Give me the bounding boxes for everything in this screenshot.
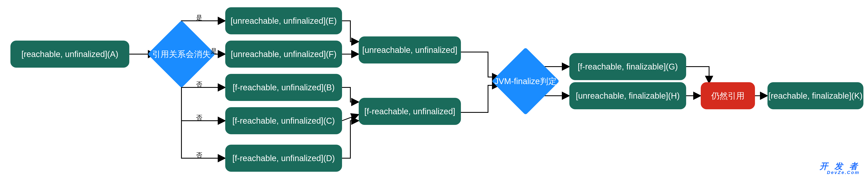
node-b: [f-reachable, unfinalized](B)	[225, 74, 342, 101]
diamond-jvm-finalize-label: JVM-finalize判定	[494, 76, 557, 87]
svg-line-3	[342, 114, 359, 121]
diamond-reference-loss: 引用关系会消失	[148, 20, 215, 88]
node-unreachable-merge: [unreachable, unfinalized]	[359, 36, 461, 64]
node-g: [f-reachable, finalizable](G)	[569, 53, 686, 80]
node-h: [unreachable, finalizable](H)	[569, 82, 686, 109]
node-a: [reachable, unfinalized](A)	[10, 41, 129, 68]
edge-label-yes-f: 是	[211, 47, 217, 56]
node-k: [reachable, finalizable](K)	[768, 82, 863, 109]
node-e: [unreachable, unfinalized](E)	[225, 7, 342, 34]
edge-label-no-b: 否	[196, 80, 202, 89]
diamond-reference-loss-label: 引用关系会消失	[152, 48, 211, 60]
diamond-jvm-finalize: JVM-finalize判定	[492, 47, 559, 115]
node-still-referenced: 仍然引用	[701, 82, 755, 109]
edge-label-no-d: 否	[196, 151, 202, 159]
node-freachable-merge: [f-reachable, unfinalized]	[359, 98, 461, 125]
watermark: 开 发 者 DevZe.Com	[819, 162, 860, 175]
node-c: [f-reachable, unfinalized](C)	[225, 107, 342, 134]
watermark-sub: DevZe.Com	[819, 170, 860, 175]
edge-label-no-c: 否	[196, 113, 202, 122]
node-f: [unreachable, unfinalized](F)	[225, 41, 342, 68]
edge-label-yes-e: 是	[196, 13, 202, 22]
watermark-main: 开 发 者	[819, 162, 860, 171]
node-d: [f-reachable, unfinalized](D)	[225, 145, 342, 172]
